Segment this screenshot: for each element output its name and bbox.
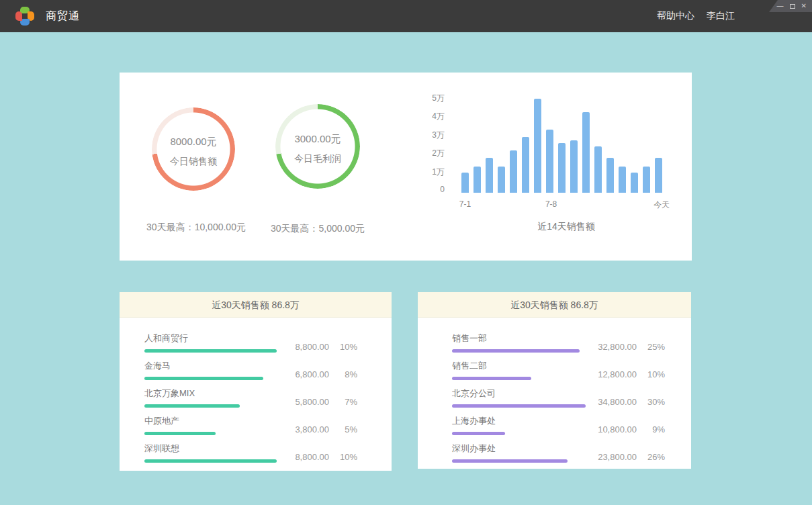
rank-item-value: 23,800.00 [591, 452, 637, 462]
department-rank-card: 近30天销售额 86.8万 销售一部 32,800.00 25% 销售二部 1 [418, 292, 691, 469]
rank-item-percent: 10% [329, 452, 357, 462]
chart-bar [558, 143, 566, 193]
rank-item-bar [452, 377, 531, 380]
today-profit-label: 今日毛利润 [275, 153, 360, 165]
app-logo-icon [15, 6, 35, 26]
y-axis-tick: 4万 [432, 111, 445, 122]
today-sales-value: 8000.00元 [152, 136, 235, 148]
rank-item-percent: 7% [329, 397, 357, 407]
rank-item-value: 3,800.00 [277, 424, 329, 434]
y-axis-tick: 3万 [432, 130, 445, 141]
rank-item-value: 32,800.00 [591, 342, 637, 352]
profit-30day-max: 30天最高：5,000.00元 [244, 223, 392, 235]
rank-item-name: 销售二部 [452, 360, 591, 372]
rank-item-name: 北京万象MIX [144, 387, 277, 400]
rank-item-name: 中原地产 [144, 415, 277, 427]
sales-bar-chart [461, 99, 662, 193]
rank-item-name: 销售一部 [452, 332, 591, 345]
rank-row: 人和商贸行 8,800.00 10% [144, 332, 357, 353]
rank-item-bar [452, 349, 580, 353]
today-profit-value: 3000.00元 [275, 133, 360, 146]
rank-item-bar [144, 432, 216, 435]
titlebar: 商贸通 帮助中心 李白江 — ✕ [0, 0, 812, 32]
rank-item-percent: 8% [329, 369, 357, 379]
app-title: 商贸通 [46, 0, 80, 32]
chart-bar [582, 112, 590, 193]
rank-item-percent: 10% [329, 342, 357, 352]
rank-row: 北京分公司 34,800.00 30% [452, 387, 665, 408]
chart-bar [655, 158, 662, 193]
y-axis-tick: 0 [440, 185, 445, 194]
close-icon[interactable]: ✕ [801, 3, 807, 9]
chart-bar [619, 167, 626, 193]
rank-row: 北京万象MIX 5,800.00 7% [144, 387, 357, 408]
chart-title: 近14天销售额 [461, 221, 671, 233]
rank-item-value: 8,800.00 [277, 342, 329, 352]
username-menu[interactable]: 李白江 [707, 10, 735, 22]
chart-bar [570, 140, 578, 193]
rank-item-percent: 10% [637, 369, 665, 379]
x-axis-label: 7-1 [459, 199, 471, 209]
customer-rank-card: 近30天销售额 86.8万 人和商贸行 8,800.00 10% 金海马 6, [120, 292, 392, 471]
minimize-icon[interactable]: — [777, 3, 784, 9]
y-axis-tick: 1万 [432, 167, 445, 178]
overview-card: 8000.00元 今日销售额 30天最高：10,000.00元 3000.00元… [120, 73, 692, 261]
chart-y-axis: 5万4万3万2万1万0 [415, 93, 445, 194]
x-axis-label: 今天 [653, 199, 670, 211]
chart-bar [461, 173, 469, 193]
chart-bar [486, 158, 493, 193]
rank-row: 中原地产 3,800.00 5% [144, 415, 357, 435]
rank-item-value: 8,800.00 [277, 452, 329, 462]
chart-bar [473, 167, 481, 193]
rank-item-value: 34,800.00 [591, 397, 637, 407]
rank-item-name: 人和商贸行 [144, 332, 277, 345]
rank-item-name: 上海办事处 [452, 415, 591, 427]
chart-bar [594, 146, 602, 193]
chart-bar [534, 99, 541, 193]
rank-item-bar [452, 432, 505, 435]
chart-bar [510, 150, 517, 193]
rank-item-percent: 9% [637, 424, 665, 434]
chart-bar [546, 130, 553, 193]
rank-row: 金海马 6,800.00 8% [144, 360, 357, 380]
rank-item-bar [144, 404, 240, 408]
chart-bar [522, 137, 529, 193]
rank-item-percent: 5% [329, 424, 357, 434]
chart-bar [631, 173, 638, 193]
y-axis-tick: 5万 [432, 93, 445, 104]
x-axis-label: 7-8 [545, 199, 557, 209]
rank-item-value: 6,800.00 [277, 369, 329, 379]
rank-item-bar [144, 459, 277, 463]
rank-row: 销售二部 12,800.00 10% [452, 360, 665, 380]
rank-row: 深圳办事处 23,800.00 26% [452, 443, 665, 463]
rank-item-value: 12,800.00 [591, 369, 637, 379]
rank-item-name: 金海马 [144, 360, 277, 372]
rank-row: 销售一部 32,800.00 25% [452, 332, 665, 353]
rank-item-value: 10,800.00 [591, 424, 637, 434]
rank-item-bar [452, 459, 568, 463]
logo-petal-red [15, 11, 22, 21]
maximize-icon[interactable] [790, 4, 795, 9]
rank-row: 上海办事处 10,800.00 9% [452, 415, 665, 435]
rank-item-bar [144, 349, 277, 353]
rank-item-percent: 25% [637, 342, 665, 352]
rank-item-percent: 26% [637, 452, 665, 462]
help-center-link[interactable]: 帮助中心 [657, 10, 694, 22]
rank-item-name: 北京分公司 [452, 387, 591, 400]
rank-item-name: 深圳联想 [144, 443, 277, 455]
rank-item-value: 5,800.00 [277, 397, 329, 407]
chart-bar [643, 167, 650, 193]
rank-item-bar [452, 404, 586, 408]
department-rank-title: 近30天销售额 86.8万 [418, 292, 691, 318]
customer-rank-title: 近30天销售额 86.8万 [120, 292, 392, 318]
rank-row: 深圳联想 8,800.00 10% [144, 443, 357, 463]
app-window: 商贸通 帮助中心 李白江 — ✕ 8000.00元 今日销售额 30天最高：10… [0, 0, 812, 505]
rank-item-name: 深圳办事处 [452, 443, 591, 455]
window-controls: — ✕ [769, 0, 812, 12]
chart-bar [606, 158, 614, 193]
rank-item-bar [144, 377, 263, 380]
today-sales-label: 今日销售额 [152, 156, 235, 168]
y-axis-tick: 2万 [432, 148, 445, 159]
chart-x-axis: 7-17-8今天 [461, 199, 671, 209]
chart-bar [498, 167, 505, 193]
